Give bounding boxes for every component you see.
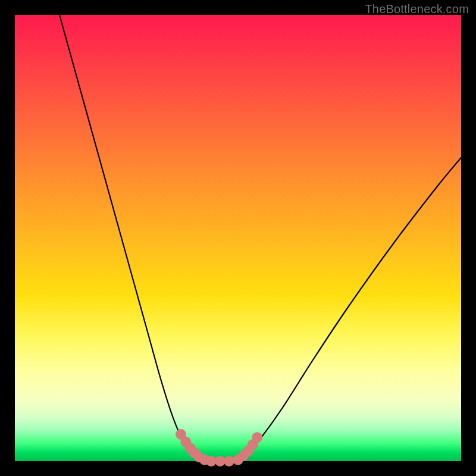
watermark-text: TheBottleneck.com: [365, 2, 469, 16]
valley-marker-dot: [252, 432, 262, 443]
valley-dot-group: [176, 429, 262, 466]
curve-line: [60, 15, 461, 462]
bottleneck-curve: [15, 15, 461, 461]
chart-plot-area: [15, 15, 461, 461]
